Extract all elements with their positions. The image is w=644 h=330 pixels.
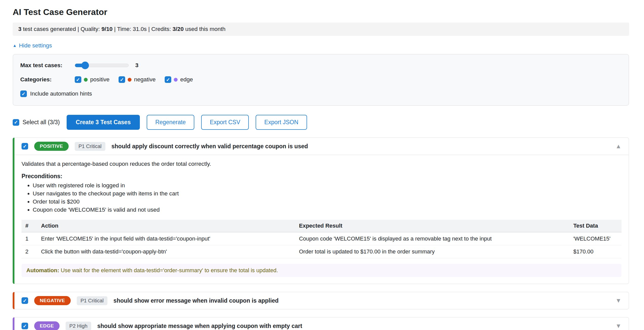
col-header-expected-result: Expected Result (295, 220, 570, 232)
automation-hints-label: Include automation hints (30, 90, 92, 97)
table-row: 1 Enter 'WELCOME15' in the input field w… (22, 232, 621, 245)
triangle-up-icon: ▲ (13, 44, 17, 48)
regenerate-button[interactable]: Regenerate (147, 115, 194, 130)
col-header-number: # (22, 220, 37, 232)
max-test-cases-label: Max test cases: (20, 62, 75, 69)
checkbox-test-case-1[interactable] (22, 143, 28, 150)
category-edge-label: edge (180, 76, 193, 83)
category-negative: negative (119, 76, 156, 83)
steps-table: # Action Expected Result Test Data 1 Ent… (22, 220, 621, 258)
export-json-button[interactable]: Export JSON (256, 115, 307, 130)
step-expected: Coupon code 'WELCOME15' is displayed as … (295, 232, 570, 245)
category-edge: edge (165, 76, 193, 83)
step-number: 2 (22, 245, 37, 258)
checkbox-positive[interactable] (75, 76, 81, 83)
priority-badge: P1 Critical (75, 142, 105, 151)
slider-thumb[interactable] (81, 62, 89, 69)
checkbox-automation-hints[interactable] (20, 90, 27, 97)
collapse-arrow-icon[interactable]: ▲ (615, 143, 621, 150)
type-badge-positive: POSITIVE (34, 142, 69, 151)
test-case-description: Validates that a percentage-based coupon… (22, 161, 621, 167)
negative-dot-icon (128, 78, 131, 82)
expand-arrow-icon[interactable]: ▼ (615, 322, 621, 329)
expand-arrow-icon[interactable]: ▼ (615, 297, 621, 304)
export-csv-button[interactable]: Export CSV (201, 115, 249, 130)
test-case-title: should show error message when invalid c… (113, 297, 609, 304)
stats-seg3: used this month (184, 26, 225, 32)
category-positive-label: positive (90, 76, 109, 83)
col-header-test-data: Test Data (570, 220, 621, 232)
create-test-cases-button[interactable]: Create 3 Test Cases (67, 115, 140, 130)
positive-dot-icon (84, 78, 88, 82)
step-test-data: 'WELCOME15' (570, 232, 621, 245)
test-case-title: should apply discount correctly when val… (111, 143, 609, 150)
step-number: 1 (22, 232, 37, 245)
stats-seg1: test cases generated | Quality: (22, 26, 102, 32)
test-case-header[interactable]: POSITIVE P1 Critical should apply discou… (14, 138, 629, 155)
preconditions-heading: Preconditions: (22, 173, 621, 180)
precondition-item: User navigates to the checkout page with… (33, 190, 621, 197)
category-negative-label: negative (134, 76, 156, 83)
type-badge-negative: NEGATIVE (34, 296, 71, 305)
test-case-header[interactable]: NEGATIVE P1 Critical should show error m… (14, 292, 629, 309)
checkbox-select-all[interactable] (13, 119, 19, 126)
step-action: Click the button with data-testid='coupo… (37, 245, 295, 258)
category-positive: positive (75, 76, 109, 83)
col-header-action: Action (37, 220, 295, 232)
stats-count: 3 (18, 26, 22, 32)
automation-note-label: Automation: (26, 267, 59, 273)
checkbox-edge[interactable] (165, 76, 171, 83)
actions-row: Select all (3/3) Create 3 Test Cases Reg… (13, 115, 629, 130)
test-case-card-edge: EDGE P2 High should show appropriate mes… (13, 317, 629, 330)
stats-seg2: | Time: 31.0s | Credits: (112, 26, 173, 32)
categories-label: Categories: (20, 76, 75, 83)
test-case-card-positive: POSITIVE P1 Critical should apply discou… (13, 137, 629, 284)
step-action: Enter 'WELCOME15' in the input field wit… (37, 232, 295, 245)
stats-quality: 9/10 (102, 26, 113, 32)
steps-table-header-row: # Action Expected Result Test Data (22, 220, 621, 232)
max-test-cases-value: 3 (135, 62, 139, 69)
test-case-title: should show appropriate message when app… (97, 323, 609, 329)
checkbox-negative[interactable] (119, 76, 125, 83)
stats-credits: 3/20 (173, 26, 184, 32)
test-case-card-negative: NEGATIVE P1 Critical should show error m… (13, 292, 629, 309)
page: AI Test Case Generator 3 test cases gene… (13, 0, 629, 330)
stats-bar: 3 test cases generated | Quality: 9/10 |… (13, 23, 629, 36)
hide-settings-label: Hide settings (19, 42, 52, 49)
select-all: Select all (3/3) (13, 119, 60, 126)
precondition-item: User with registered role is logged in (33, 182, 621, 189)
automation-hints-row: Include automation hints (20, 89, 621, 99)
precondition-item: Order total is $200 (33, 198, 621, 205)
settings-panel: Max test cases: 3 Categories: positive n… (13, 54, 629, 106)
max-test-cases-slider[interactable] (75, 64, 129, 67)
checkbox-test-case-2[interactable] (22, 297, 28, 304)
max-test-cases-row: Max test cases: 3 (20, 61, 621, 70)
preconditions-list: User with registered role is logged in U… (33, 182, 621, 213)
table-row: 2 Click the button with data-testid='cou… (22, 245, 621, 258)
step-expected: Order total is updated to $170.00 in the… (295, 245, 570, 258)
type-badge-edge: EDGE (34, 321, 60, 330)
hide-settings-link[interactable]: ▲ Hide settings (13, 42, 52, 49)
step-test-data: $170.00 (570, 245, 621, 258)
precondition-item: Coupon code 'WELCOME15' is valid and not… (33, 207, 621, 213)
page-title: AI Test Case Generator (13, 7, 629, 17)
test-case-body: Validates that a percentage-based coupon… (14, 155, 629, 284)
categories-row: Categories: positive negative edge (20, 75, 621, 84)
automation-note: Automation: Use wait for the element wit… (22, 264, 621, 277)
priority-badge: P1 Critical (77, 296, 107, 305)
automation-note-text: Use wait for the element with data-testi… (61, 267, 278, 273)
test-case-header[interactable]: EDGE P2 High should show appropriate mes… (14, 318, 629, 330)
edge-dot-icon (174, 78, 178, 82)
priority-badge: P2 High (66, 322, 91, 330)
select-all-label: Select all (3/3) (23, 119, 60, 126)
checkbox-test-case-3[interactable] (22, 323, 28, 329)
